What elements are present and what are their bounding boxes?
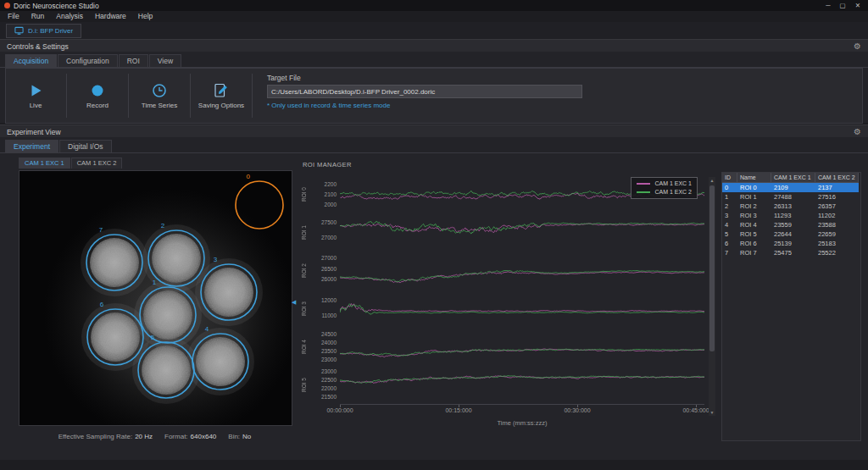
y-tick-label: 27000 [321, 255, 337, 262]
toolbar-divider [128, 74, 129, 118]
roi-plot [340, 328, 704, 366]
tab-roi[interactable]: ROI [119, 54, 148, 67]
camera-image: 01234567 [19, 170, 292, 426]
experiment-view-body: ExperimentDigital I/Os CAM 1 EXC 1CAM 1 … [0, 137, 868, 460]
experiment-content: CAM 1 EXC 1CAM 1 EXC 2 [0, 153, 868, 460]
camera-status-item: Bin:No [228, 433, 251, 440]
column-header[interactable]: CAM 1 EXC 1 [771, 173, 815, 183]
roi-plot [340, 366, 704, 404]
table-cell: 23588 [815, 220, 859, 229]
column-header[interactable]: ID [722, 173, 737, 183]
tab-digital-i-os[interactable]: Digital I/Os [59, 140, 112, 152]
legend-item: CAM 1 EXC 2 [637, 188, 692, 196]
device-tab[interactable]: D.i: BFP Driver [6, 24, 81, 38]
roi-plot-name: ROI 4 [298, 328, 309, 366]
plot-y-axis: 23000225002200021500 [309, 366, 340, 404]
roi-plot-row: ROI 12750027000 [298, 213, 704, 252]
table-row[interactable]: 1ROI 12748827516 [722, 192, 860, 202]
record-button-label: Record [86, 102, 108, 109]
table-row[interactable]: 0ROI 021092137 [722, 183, 860, 192]
menu-run[interactable]: Run [25, 11, 51, 22]
toolbar-divider [190, 74, 191, 118]
table-cell: 11293 [771, 211, 815, 220]
record-button[interactable]: Record [71, 71, 124, 120]
table-row[interactable]: 3ROI 31129311202 [722, 211, 860, 220]
controls-settings-tabs: AcquisitionConfigurationROIView [0, 53, 868, 68]
column-header[interactable]: Name [737, 173, 771, 183]
status-label: Effective Sampling Rate: [58, 433, 132, 440]
record-icon [89, 82, 106, 99]
status-value: 20 Hz [135, 433, 153, 440]
status-value: 640x640 [191, 433, 217, 440]
tab-acquisition[interactable]: Acquisition [5, 54, 57, 67]
experiment-view-tabs: ExperimentDigital I/Os [0, 139, 868, 153]
table-cell: ROI 7 [737, 248, 771, 257]
close-button[interactable]: ✕ [855, 0, 860, 11]
plots-scrollbar[interactable]: ▲ ▼ [709, 177, 715, 416]
menu-file[interactable]: File [2, 11, 25, 22]
controls-settings-body: AcquisitionConfigurationROIView Live Rec… [0, 52, 868, 123]
x-tick-label: 00:00:000 [326, 407, 353, 413]
live-button[interactable]: Live [9, 71, 62, 120]
roi-plot [340, 290, 704, 328]
y-tick-label: 24500 [321, 331, 337, 338]
table-cell: 25183 [815, 239, 859, 248]
time-axis: 00:00:00000:15:00000:30:00000:45:000 [340, 404, 704, 416]
cam-tab-cam-1-exc-1[interactable]: CAM 1 EXC 1 [19, 158, 70, 169]
table-row[interactable]: 6ROI 62513925183 [722, 239, 860, 248]
tab-view[interactable]: View [149, 54, 181, 67]
plot-y-axis: 1200011000 [309, 290, 340, 328]
scrollbar-thumb[interactable] [709, 185, 715, 351]
table-cell: ROI 0 [737, 183, 771, 192]
scroll-up-icon[interactable]: ▲ [710, 177, 715, 184]
roi-number-label: 1 [153, 279, 157, 286]
table-cell: 3 [722, 211, 737, 220]
toolbar-divider [252, 74, 253, 118]
target-file-input[interactable] [267, 85, 582, 98]
menu-help[interactable]: Help [132, 11, 159, 22]
roi-plots: ROI 0220021002000CAM 1 EXC 1CAM 1 EXC 2R… [298, 175, 704, 427]
y-tick-label: 23000 [321, 368, 337, 375]
cam-tab-cam-1-exc-2[interactable]: CAM 1 EXC 2 [71, 158, 123, 169]
legend-label: CAM 1 EXC 1 [654, 180, 692, 188]
roi-plot-name: ROI 1 [298, 213, 309, 252]
scroll-down-icon[interactable]: ▼ [710, 409, 715, 416]
menu-hardware[interactable]: Hardware [89, 11, 132, 22]
plot-legend: CAM 1 EXC 1CAM 1 EXC 2 [631, 177, 698, 199]
target-file-note: * Only used in record & time series mode [267, 102, 582, 109]
table-cell: 11202 [815, 211, 859, 220]
plot-y-axis: 24500240002350023000 [309, 328, 340, 366]
minimize-button[interactable]: ─ [826, 0, 830, 11]
column-header[interactable]: CAM 1 EXC 2 [815, 173, 859, 183]
tab-configuration[interactable]: Configuration [58, 54, 118, 67]
time-series-button[interactable]: Time Series [133, 71, 186, 120]
table-cell: ROI 6 [737, 239, 771, 248]
y-tick-label: 2200 [325, 181, 337, 188]
roi-number-label: 3 [214, 256, 218, 263]
menu-analysis[interactable]: Analysis [50, 11, 89, 22]
maximize-button[interactable]: ▢ [840, 0, 846, 11]
roi-plot-name: ROI 5 [298, 366, 309, 404]
roi-plot-row: ROI 0220021002000CAM 1 EXC 1CAM 1 EXC 2 [298, 175, 704, 213]
status-label: Format: [164, 433, 188, 440]
x-tick-label: 00:15:000 [445, 407, 471, 413]
y-tick-label: 11000 [321, 312, 337, 319]
trace-exc2 [340, 376, 704, 384]
tab-experiment[interactable]: Experiment [5, 140, 58, 152]
table-row[interactable]: 2ROI 22631326357 [722, 202, 860, 211]
roi-plot-row: ROI 424500240002350023000 [298, 328, 704, 366]
y-tick-label: 12000 [321, 297, 337, 304]
saving-options-button[interactable]: Saving Options [195, 71, 248, 120]
table-header: IDNameCAM 1 EXC 1CAM 1 EXC 2 [722, 173, 860, 183]
table-row[interactable]: 4ROI 42355923588 [722, 220, 860, 229]
play-icon [27, 82, 44, 99]
settings-gear-icon[interactable]: ⚙ [854, 125, 861, 138]
table-row[interactable]: 7ROI 72547525522 [722, 248, 860, 257]
live-button-label: Live [30, 102, 42, 109]
camera-status-item: Format:640x640 [164, 433, 216, 440]
settings-gear-icon[interactable]: ⚙ [854, 40, 861, 53]
table-cell: 22644 [771, 229, 815, 239]
trace-exc2 [340, 304, 704, 315]
table-row[interactable]: 5ROI 52264422659 [722, 229, 860, 239]
panel-collapse-arrow[interactable]: ◀ [292, 299, 296, 306]
